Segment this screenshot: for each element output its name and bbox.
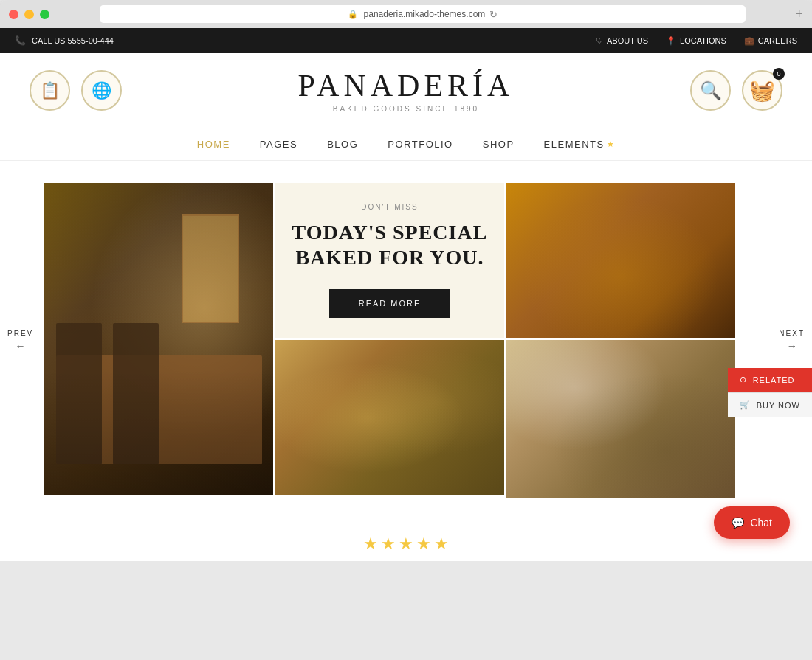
next-arrow-icon: → (787, 340, 797, 352)
bread-image (275, 340, 504, 495)
search-icon: 🔍 (700, 80, 722, 101)
menu-icon-button[interactable]: 📋 (30, 70, 70, 111)
chat-button[interactable]: 💬 Chat (714, 506, 790, 539)
floating-sidebar: ⊙ RELATED 🛒 BUY NOW (728, 368, 812, 417)
cart-badge: 0 (773, 68, 785, 80)
site-navigation: HOME PAGES BLOG PORTFOLIO SHOP ELEMENTS … (0, 128, 812, 161)
nav-item-blog[interactable]: BLOG (327, 139, 358, 150)
nav-item-shop[interactable]: SHOP (483, 139, 515, 150)
top-bar: CALL US 5555-00-444 ♡ ABOUT US 📍 LOCATIO… (0, 28, 812, 53)
grid-cell-special: DON'T MISS TODAY'S SPECIAL BAKED FOR YOU… (275, 183, 504, 338)
logo-title: PANADERÍA (122, 68, 690, 103)
sandwich-image (506, 340, 735, 498)
chat-icon: 💬 (732, 517, 744, 529)
locations-link[interactable]: 📍 LOCATIONS (666, 36, 726, 46)
refresh-icon[interactable]: ↻ (489, 9, 498, 20)
cart-icon: 🧺 (749, 78, 775, 103)
url-text: panaderia.mikado-themes.com (364, 9, 486, 19)
grid-cell-croissants (506, 183, 735, 338)
read-more-button[interactable]: READ MORE (329, 289, 451, 318)
elements-star-icon: ★ (607, 140, 616, 149)
careers-link[interactable]: 💼 CAREERS (744, 36, 797, 46)
notebook-icon: 📋 (40, 81, 60, 100)
table-decoration (56, 355, 262, 464)
restaurant-image (44, 183, 273, 495)
photo-grid: DON'T MISS TODAY'S SPECIAL BAKED FOR YOU… (44, 183, 768, 498)
phone-icon (15, 35, 26, 46)
new-tab-button[interactable]: + (796, 7, 803, 22)
window-decoration (182, 214, 239, 323)
top-bar-left: CALL US 5555-00-444 (15, 35, 114, 46)
related-icon: ⊙ (740, 375, 747, 385)
grid-cell-bread (275, 340, 504, 495)
browser-minimize-dot[interactable] (24, 10, 34, 19)
about-link[interactable]: ♡ ABOUT US (596, 36, 648, 46)
star-5: ★ (434, 534, 449, 554)
star-2: ★ (381, 534, 396, 554)
header-left-icons: 📋 🌐 (30, 70, 122, 111)
star-3: ★ (399, 534, 413, 554)
browser-window: 🔒 panaderia.mikado-themes.com ↻ + CALL U… (0, 0, 812, 660)
header-right-icons: 🔍 🧺 0 (690, 70, 782, 111)
prev-arrow-icon: ← (16, 340, 26, 352)
globe-icon: 🌐 (92, 81, 111, 100)
site-header: 📋 🌐 PANADERÍA BAKED GOODS SINCE 1890 🔍 🧺… (0, 53, 812, 128)
cart-icon-button[interactable]: 🧺 0 (742, 70, 782, 111)
nav-item-pages[interactable]: PAGES (260, 139, 297, 150)
top-bar-right: ♡ ABOUT US 📍 LOCATIONS 💼 CAREERS (596, 36, 797, 46)
browser-close-dot[interactable] (9, 10, 18, 19)
nav-item-portfolio[interactable]: PORTFOLIO (388, 139, 453, 150)
slider-wrapper: PREV ← DON'T MISS TODAY'S SPE (0, 161, 812, 520)
location-icon: 📍 (666, 36, 676, 46)
star-4: ★ (416, 534, 431, 554)
site-logo: PANADERÍA BAKED GOODS SINCE 1890 (122, 68, 690, 113)
special-title: TODAY'S SPECIAL BAKED FOR YOU. (290, 220, 489, 269)
briefcase-icon: 💼 (744, 36, 754, 46)
heart-icon: ♡ (596, 36, 603, 46)
site-content: PREV ← DON'T MISS TODAY'S SPE (0, 161, 812, 561)
slider-next-button[interactable]: NEXT → (779, 329, 805, 352)
slider-prev-button[interactable]: PREV ← (7, 329, 33, 352)
related-button[interactable]: ⊙ RELATED (728, 368, 812, 392)
chat-label: Chat (750, 517, 772, 529)
dont-miss-label: DON'T MISS (361, 203, 418, 211)
cart-small-icon: 🛒 (740, 400, 751, 410)
address-bar[interactable]: 🔒 panaderia.mikado-themes.com ↻ (100, 5, 746, 23)
logo-subtitle: BAKED GOODS SINCE 1890 (122, 105, 690, 113)
star-1: ★ (363, 534, 378, 554)
phone-label: CALL US 5555-00-444 (32, 36, 114, 45)
grid-cell-sandwich (506, 340, 735, 498)
grid-cell-restaurant (44, 183, 273, 495)
chair-left (56, 323, 102, 464)
stars-rating: ★ ★ ★ ★ ★ (0, 520, 812, 561)
croissants-image (506, 183, 735, 338)
globe-icon-button[interactable]: 🌐 (81, 70, 122, 111)
nav-item-home[interactable]: HOME (197, 139, 230, 150)
nav-item-elements[interactable]: ELEMENTS ★ (544, 139, 616, 150)
lock-icon: 🔒 (348, 10, 358, 19)
search-icon-button[interactable]: 🔍 (690, 70, 731, 111)
browser-titlebar: 🔒 panaderia.mikado-themes.com ↻ + (0, 0, 812, 28)
browser-maximize-dot[interactable] (40, 10, 49, 19)
buy-now-button[interactable]: 🛒 BUY NOW (728, 392, 812, 417)
chair-right (113, 323, 159, 464)
